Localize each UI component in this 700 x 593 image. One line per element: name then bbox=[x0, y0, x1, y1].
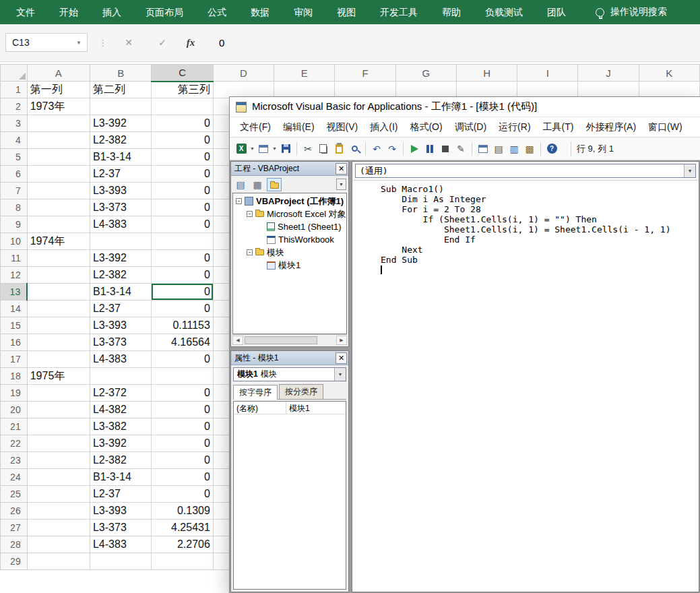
break-button[interactable] bbox=[422, 142, 437, 156]
ribbon-tab-5[interactable]: 公式 bbox=[195, 0, 238, 24]
cell-B24[interactable]: B1-3-14 bbox=[90, 469, 151, 486]
code-line-1[interactable]: Sub Macro1() bbox=[381, 184, 699, 194]
cell-C1[interactable]: 第三列 bbox=[152, 82, 213, 98]
redo-button[interactable]: ↷ bbox=[385, 142, 400, 156]
project-explorer-button[interactable] bbox=[476, 142, 490, 156]
cell-A10[interactable]: 1974年 bbox=[27, 233, 90, 250]
cell-A3[interactable] bbox=[27, 115, 90, 132]
tab-categorized[interactable]: 按分类序 bbox=[279, 384, 323, 399]
cell-A25[interactable] bbox=[27, 486, 90, 503]
cell-A16[interactable] bbox=[27, 334, 90, 351]
cell-A2[interactable]: 1973年 bbox=[27, 98, 90, 115]
cell-C10[interactable] bbox=[152, 233, 213, 250]
vba-menu-item-4[interactable]: 插入(I) bbox=[364, 121, 404, 133]
row-header-11[interactable]: 11 bbox=[1, 250, 28, 267]
code-editor[interactable]: Sub Macro1() Dim i As Integer For i = 2 … bbox=[352, 181, 699, 592]
row-header-19[interactable]: 19 bbox=[1, 385, 28, 402]
cell-C24[interactable]: 0 bbox=[152, 469, 213, 486]
ribbon-tab-9[interactable]: 开发工具 bbox=[368, 0, 430, 24]
design-mode-button[interactable]: ✎ bbox=[453, 142, 468, 156]
cell-A19[interactable] bbox=[27, 385, 90, 402]
row-header-29[interactable]: 29 bbox=[1, 553, 28, 570]
ribbon-tab-4[interactable]: 页面布局 bbox=[133, 0, 195, 24]
project-panel-header[interactable]: 工程 - VBAProject ✕ bbox=[231, 162, 348, 176]
ribbon-tab-3[interactable]: 插入 bbox=[90, 0, 133, 24]
ribbon-tab-1[interactable]: 文件 bbox=[4, 0, 47, 24]
cancel-button[interactable]: ✕ bbox=[119, 33, 139, 52]
cell-C5[interactable]: 0 bbox=[152, 149, 213, 166]
column-header-G[interactable]: G bbox=[395, 65, 456, 82]
cell-B27[interactable]: L3-373 bbox=[90, 520, 151, 536]
cell-B13[interactable]: B1-3-14 bbox=[90, 284, 151, 301]
row-header-18[interactable]: 18 bbox=[1, 368, 28, 385]
view-excel-button[interactable]: X bbox=[234, 142, 249, 156]
cell-C29[interactable] bbox=[152, 553, 213, 570]
cell-C8[interactable]: 0 bbox=[152, 199, 213, 216]
help-button[interactable]: ? bbox=[544, 142, 559, 156]
ribbon-tab-2[interactable]: 开始 bbox=[47, 0, 90, 24]
cell-A23[interactable] bbox=[27, 452, 90, 469]
cell-A9[interactable] bbox=[27, 216, 90, 233]
properties-panel-header[interactable]: 属性 - 模块1 ✕ bbox=[231, 351, 348, 365]
cell-A20[interactable] bbox=[27, 402, 90, 418]
tree-expander-icon[interactable]: - bbox=[247, 249, 253, 255]
cell-A14[interactable] bbox=[27, 301, 90, 317]
cell-B26[interactable]: L3-393 bbox=[90, 503, 151, 520]
row-header-17[interactable]: 17 bbox=[1, 351, 28, 368]
cell-C17[interactable]: 0 bbox=[152, 351, 213, 368]
project-horizontal-scrollbar[interactable]: ◀ ▶ bbox=[232, 334, 347, 345]
enter-button[interactable]: ✓ bbox=[152, 33, 172, 52]
cell-C3[interactable]: 0 bbox=[152, 115, 213, 132]
cell-A8[interactable] bbox=[27, 199, 90, 216]
vba-menu-item-2[interactable]: 编辑(E) bbox=[277, 121, 321, 133]
cell-C6[interactable]: 0 bbox=[152, 166, 213, 183]
property-value[interactable]: 模块1 bbox=[286, 402, 346, 414]
cell-A17[interactable] bbox=[27, 351, 90, 368]
cell-C26[interactable]: 0.1309 bbox=[152, 503, 213, 520]
view-object-button[interactable]: ▦ bbox=[250, 178, 265, 191]
code-line-7[interactable]: Next bbox=[381, 245, 699, 255]
dropdown-caret-icon[interactable]: ▼ bbox=[249, 146, 255, 151]
name-box[interactable]: C13 ▼ bbox=[5, 33, 88, 52]
cell-I1[interactable] bbox=[517, 82, 578, 98]
chevron-down-icon[interactable]: ▼ bbox=[334, 368, 346, 381]
column-header-D[interactable]: D bbox=[213, 65, 274, 82]
cell-A7[interactable] bbox=[27, 183, 90, 199]
ribbon-tab-7[interactable]: 审阅 bbox=[282, 0, 325, 24]
cell-B15[interactable]: L3-393 bbox=[90, 317, 151, 334]
row-header-10[interactable]: 10 bbox=[1, 233, 28, 250]
row-header-23[interactable]: 23 bbox=[1, 452, 28, 469]
cell-D1[interactable] bbox=[213, 82, 274, 98]
column-header-C[interactable]: C bbox=[152, 65, 213, 82]
save-button[interactable] bbox=[278, 142, 293, 156]
cell-A1[interactable]: 第一列 bbox=[27, 82, 90, 98]
formula-bar-handle[interactable]: ⋮ bbox=[98, 38, 108, 48]
code-line-5[interactable]: Sheet1.Cells(i, 1) = Sheet1.Cells(i - 1,… bbox=[381, 224, 699, 235]
ribbon-tab-10[interactable]: 帮助 bbox=[430, 0, 473, 24]
column-header-F[interactable]: F bbox=[335, 65, 395, 82]
view-code-button[interactable]: ▤ bbox=[233, 178, 248, 191]
cell-B23[interactable]: L2-382 bbox=[90, 452, 151, 469]
project-tree-item-3[interactable]: Sheet1 (Sheet1) bbox=[233, 220, 346, 233]
insert-function-button[interactable]: fx bbox=[181, 33, 201, 52]
row-header-24[interactable]: 24 bbox=[1, 469, 28, 486]
ribbon-tab-8[interactable]: 视图 bbox=[325, 0, 368, 24]
cell-C11[interactable]: 0 bbox=[152, 250, 213, 267]
properties-window-button[interactable]: ▤ bbox=[491, 142, 506, 156]
project-tree-item-6[interactable]: 模块1 bbox=[233, 259, 346, 272]
cell-C7[interactable]: 0 bbox=[152, 183, 213, 199]
cell-J1[interactable] bbox=[578, 82, 639, 98]
cell-C12[interactable]: 0 bbox=[152, 267, 213, 284]
cell-C2[interactable] bbox=[152, 98, 213, 115]
cell-B11[interactable]: L3-392 bbox=[90, 250, 151, 267]
cell-B22[interactable]: L3-392 bbox=[90, 435, 151, 452]
run-button[interactable] bbox=[407, 142, 422, 156]
tab-alphabetic[interactable]: 按字母序 bbox=[233, 385, 278, 400]
toolbar-overflow-icon[interactable]: ▼ bbox=[336, 179, 346, 190]
close-icon[interactable]: ✕ bbox=[336, 163, 347, 175]
cell-A13[interactable] bbox=[27, 284, 90, 301]
row-header-27[interactable]: 27 bbox=[1, 520, 28, 536]
cell-B9[interactable]: L4-383 bbox=[90, 216, 151, 233]
row-header-3[interactable]: 3 bbox=[1, 115, 28, 132]
cell-B14[interactable]: L2-37 bbox=[90, 301, 151, 317]
